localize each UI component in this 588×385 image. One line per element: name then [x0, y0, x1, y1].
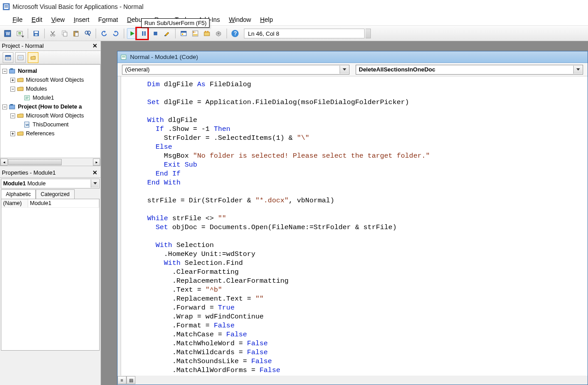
- svg-rect-17: [75, 31, 77, 32]
- svg-rect-8: [18, 33, 21, 34]
- tree-node-word-objects-2[interactable]: − Microsoft Word Objects: [1, 111, 99, 120]
- menu-view[interactable]: View: [47, 14, 69, 25]
- tree-node-modules[interactable]: − Modules: [1, 84, 99, 93]
- cut-button[interactable]: [47, 28, 58, 39]
- design-mode-button[interactable]: [162, 28, 172, 39]
- tree-label: Modules: [26, 84, 47, 93]
- window-title: Microsoft Visual Basic for Applications …: [13, 3, 143, 10]
- procedure-view-button[interactable]: ≡: [118, 376, 126, 384]
- property-value[interactable]: Module1: [28, 199, 99, 208]
- dropdown-arrow-icon[interactable]: [340, 66, 349, 74]
- mdi-area: Normal - Module1 (Code) (General) Delete…: [101, 41, 588, 385]
- undo-button[interactable]: [99, 28, 109, 39]
- folder-icon: [17, 86, 24, 92]
- tree-node-thisdocument[interactable]: W ThisDocument: [1, 120, 99, 129]
- svg-point-13: [53, 34, 55, 36]
- dropdown-arrow-icon[interactable]: [573, 66, 582, 74]
- toolbar: W: [0, 26, 588, 41]
- menu-file[interactable]: File: [8, 14, 27, 25]
- toolbar-grip: [365, 29, 371, 38]
- collapse-icon[interactable]: −: [10, 87, 15, 92]
- paste-button[interactable]: [71, 28, 81, 39]
- collapse-icon[interactable]: −: [2, 105, 7, 109]
- scroll-thumb[interactable]: [8, 159, 62, 165]
- tree-label: Module1: [33, 93, 54, 102]
- run-button[interactable]: [127, 28, 138, 39]
- expand-icon[interactable]: +: [10, 78, 15, 83]
- properties-tab-alphabetic[interactable]: Alphabetic: [1, 189, 36, 199]
- collapse-icon[interactable]: −: [2, 69, 7, 74]
- separator: [44, 29, 45, 38]
- tree-label: Project (How to Delete a: [18, 102, 82, 111]
- menu-help[interactable]: Help: [256, 14, 277, 25]
- svg-rect-50: [10, 104, 13, 105]
- code-view-buttons: ≡ ▤: [118, 376, 588, 385]
- view-object-button[interactable]: [15, 52, 26, 63]
- svg-text:W: W: [6, 31, 10, 36]
- project-explorer-button[interactable]: [178, 28, 189, 39]
- tree-node-word-objects[interactable]: + Microsoft Word Objects: [1, 75, 99, 84]
- scroll-left-icon[interactable]: ◂: [0, 159, 8, 166]
- toolbox-button[interactable]: [213, 28, 224, 39]
- menu-format[interactable]: Format: [94, 14, 122, 25]
- properties-window-button[interactable]: [190, 28, 201, 39]
- tree-node-normal[interactable]: − Normal: [1, 67, 99, 75]
- collapse-icon[interactable]: −: [10, 113, 15, 118]
- tree-node-references[interactable]: + References: [1, 129, 99, 138]
- object-dropdown[interactable]: (General): [122, 65, 349, 75]
- position-indicator: Ln 46, Col 8: [244, 29, 365, 38]
- menu-window[interactable]: Window: [224, 14, 256, 25]
- property-row-name[interactable]: (Name) Module1: [1, 199, 99, 208]
- project-tree[interactable]: − Normal + Microsoft Word Objects − Modu…: [0, 64, 101, 158]
- tree-node-module1[interactable]: Module1: [1, 93, 99, 102]
- save-button[interactable]: [31, 28, 42, 39]
- expand-icon[interactable]: +: [10, 131, 15, 136]
- svg-rect-43: [9, 69, 15, 73]
- toggle-folders-button[interactable]: [28, 52, 38, 63]
- code-editor[interactable]: Dim dlgFile As FileDialog Set dlgFile = …: [121, 76, 588, 376]
- svg-point-12: [50, 34, 52, 36]
- procedure-dropdown[interactable]: DeleteAllSectionsInOneDoc: [356, 65, 583, 75]
- view-code-button[interactable]: [3, 52, 13, 63]
- code-window-titlebar[interactable]: Normal - Module1 (Code): [118, 51, 588, 63]
- copy-button[interactable]: [59, 28, 70, 39]
- margin-indicator-bar[interactable]: [118, 76, 121, 376]
- redo-button[interactable]: [110, 28, 121, 39]
- tree-node-project2[interactable]: − Project (How to Delete a: [1, 102, 99, 111]
- help-button[interactable]: ?: [230, 28, 240, 39]
- svg-point-32: [205, 31, 206, 33]
- reset-button[interactable]: [150, 28, 161, 39]
- project-hscrollbar[interactable]: ◂ ▸: [0, 158, 101, 166]
- dropdown-arrow-icon[interactable]: [91, 180, 99, 188]
- insert-item-button[interactable]: [14, 28, 25, 39]
- svg-rect-10: [34, 31, 38, 33]
- find-button[interactable]: [82, 28, 93, 39]
- svg-rect-23: [144, 31, 146, 36]
- tree-label: Normal: [18, 67, 37, 75]
- svg-rect-7: [18, 32, 21, 33]
- code-dropdowns: (General) DeleteAllSectionsInOneDoc: [118, 63, 588, 76]
- tree-label: References: [26, 129, 55, 138]
- project-toolbar: [0, 51, 101, 64]
- scroll-right-icon[interactable]: ▸: [93, 159, 100, 166]
- menu-edit[interactable]: Edit: [27, 14, 47, 25]
- properties-close-button[interactable]: ✕: [91, 169, 99, 177]
- menu-insert[interactable]: Insert: [69, 14, 94, 25]
- svg-rect-15: [63, 32, 67, 36]
- properties-object-combo[interactable]: Module1 Module: [1, 179, 100, 188]
- properties-grid[interactable]: (Name) Module1: [1, 199, 100, 351]
- separator: [175, 29, 176, 38]
- project-close-button[interactable]: ✕: [91, 42, 99, 50]
- full-module-view-button[interactable]: ▤: [126, 376, 135, 384]
- folder-icon: [17, 113, 24, 119]
- separator: [96, 29, 96, 38]
- tree-label: ThisDocument: [33, 120, 69, 129]
- module-icon: [24, 95, 31, 101]
- object-browser-button[interactable]: [202, 28, 212, 39]
- break-button[interactable]: [139, 28, 149, 39]
- properties-tab-categorized[interactable]: Categorized: [36, 189, 75, 199]
- svg-rect-30: [193, 34, 197, 36]
- word-view-button[interactable]: W: [3, 28, 13, 39]
- folder-icon: [17, 130, 24, 137]
- properties-tabs: Alphabetic Categorized: [1, 189, 100, 199]
